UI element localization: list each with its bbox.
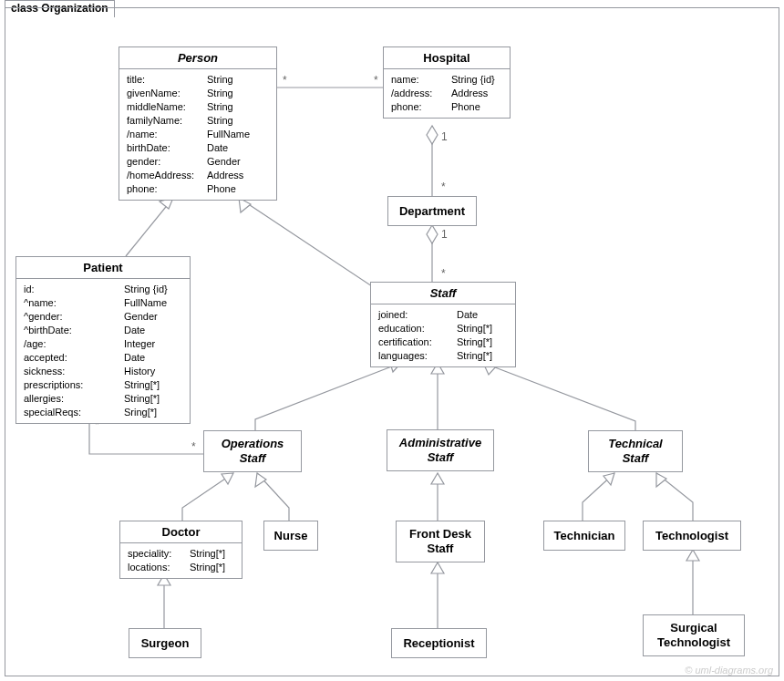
class-title: OperationsStaff	[204, 431, 301, 471]
class-title: Department	[388, 197, 476, 225]
watermark: © uml-diagrams.org	[685, 665, 773, 676]
svg-marker-19	[431, 473, 444, 484]
svg-text:*: *	[441, 267, 446, 280]
svg-text:1: 1	[441, 130, 448, 143]
svg-text:*: *	[374, 74, 378, 87]
class-patient: Patient id:String {id} ^name:FullName ^g…	[15, 256, 191, 424]
class-attrs: speciality:String[*] locations:String[*]	[120, 543, 242, 578]
class-administrative-staff: AdministrativeStaff	[387, 429, 494, 471]
svg-marker-7	[427, 126, 438, 144]
svg-marker-17	[222, 473, 233, 484]
class-staff: Staff joined:Date education:String[*] ce…	[370, 282, 516, 367]
svg-marker-18	[255, 473, 266, 487]
class-title: Doctor	[120, 521, 242, 543]
svg-marker-11	[427, 225, 438, 243]
class-technologist: Technologist	[643, 521, 741, 551]
class-operations-staff: OperationsStaff	[203, 430, 302, 472]
class-title: Patient	[16, 257, 190, 279]
class-surgeon: Surgeon	[129, 628, 201, 658]
svg-text:*: *	[191, 440, 196, 453]
class-title: Hospital	[384, 47, 510, 69]
svg-marker-23	[431, 562, 444, 573]
svg-text:*: *	[283, 74, 287, 87]
class-title: Staff	[371, 283, 515, 304]
class-attrs: joined:Date education:String[*] certific…	[371, 304, 515, 366]
class-attrs: id:String {id} ^name:FullName ^gender:Ge…	[16, 279, 190, 423]
class-technician: Technician	[543, 521, 625, 551]
class-front-desk-staff: Front DeskStaff	[396, 521, 485, 562]
svg-marker-20	[603, 473, 614, 485]
svg-text:1: 1	[441, 228, 448, 241]
svg-marker-24	[686, 550, 699, 561]
class-title: TechnicalStaff	[589, 431, 682, 471]
class-person: Person title:String givenName:String mid…	[119, 46, 277, 201]
svg-text:*: *	[441, 181, 446, 193]
class-title: Person	[119, 47, 276, 69]
svg-marker-21	[656, 473, 666, 487]
class-nurse: Nurse	[263, 521, 318, 551]
class-doctor: Doctor speciality:String[*] locations:St…	[119, 521, 242, 579]
class-surgical-technologist: SurgicalTechnologist	[643, 614, 745, 656]
class-receptionist: Receptionist	[391, 628, 487, 658]
class-title: AdministrativeStaff	[387, 430, 493, 470]
class-attrs: name:String {id} /address:Address phone:…	[384, 69, 510, 118]
class-technical-staff: TechnicalStaff	[588, 430, 683, 472]
class-hospital: Hospital name:String {id} /address:Addre…	[383, 46, 511, 119]
class-department: Department	[387, 196, 477, 226]
class-attrs: title:String givenName:String middleName…	[119, 69, 276, 200]
